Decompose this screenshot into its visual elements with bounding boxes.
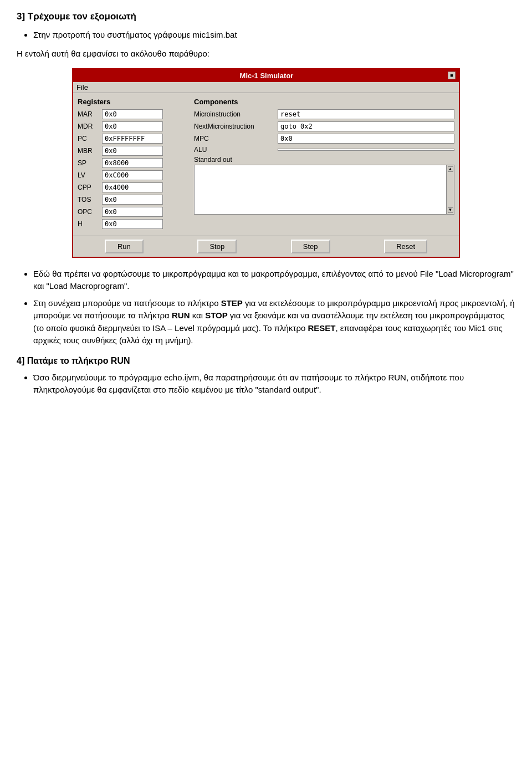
register-label: MBR (78, 147, 99, 155)
simulator-titlebar: Mic-1 Simulator ■ (73, 69, 459, 82)
simulator-body: Registers MAR0x0MDR0x0PC0xFFFFFFFFMBR0x0… (73, 93, 459, 236)
register-label: LV (78, 171, 99, 179)
intro-bullet: Στην προτροπή του συστήματος γράφουμε mi… (33, 29, 515, 42)
register-label: MAR (78, 110, 99, 118)
component-value (278, 149, 454, 151)
register-value: 0x4000 (102, 182, 163, 192)
component-row: MPC0x0 (194, 134, 454, 144)
stdout-label: Standard out (194, 156, 274, 164)
component-label: MPC (194, 135, 274, 143)
stdout-section: Standard out ▲ ▼ (194, 156, 454, 215)
register-label: PC (78, 135, 99, 143)
register-label: TOS (78, 196, 99, 204)
register-row: PC0xFFFFFFFF (78, 134, 188, 144)
reset-label: RESET (308, 323, 335, 333)
component-row: Microinstructionreset (194, 109, 454, 119)
register-row: MBR0x0 (78, 146, 188, 156)
register-value: 0x0 (102, 121, 163, 131)
registers-list: MAR0x0MDR0x0PC0xFFFFFFFFMBR0x0SP0x8000LV… (78, 109, 188, 229)
register-value: 0x0 (102, 109, 163, 119)
section4-heading: 4] Πατάμε το πλήκτρο RUN (17, 356, 515, 366)
simulator-wrapper: Mic-1 Simulator ■ File Registers MAR0x0M… (17, 68, 515, 258)
register-row: MDR0x0 (78, 121, 188, 131)
register-label: SP (78, 159, 99, 167)
bullet2-text1: Στη συνέχεια μπορούμε να πατήσουμε το πλ… (33, 298, 221, 308)
step-button[interactable]: Step (291, 240, 330, 253)
component-label: NextMicroinstruction (194, 123, 274, 130)
component-value: goto 0x2 (278, 121, 454, 131)
intro-sub: Η εντολή αυτή θα εμφανίσει το ακόλουθο π… (17, 47, 515, 60)
file-menu[interactable]: File (76, 83, 88, 91)
register-label: H (78, 220, 99, 228)
section4-bullet: Όσο διερμηνεύουμε το πρόγραμμα echo.ijvm… (33, 372, 515, 396)
register-value: 0x0 (102, 219, 163, 229)
run-label: RUN (172, 311, 190, 320)
bullet2-text3: και (190, 311, 205, 320)
register-value: 0x0 (102, 146, 163, 156)
section-heading: 3] Τρέχουμε τον εξομοιωτή (17, 11, 515, 22)
component-row: NextMicroinstructiongoto 0x2 (194, 121, 454, 131)
register-row: MAR0x0 (78, 109, 188, 119)
register-row: TOS0x0 (78, 195, 188, 205)
simulator-menubar[interactable]: File (73, 82, 459, 93)
register-row: H0x0 (78, 219, 188, 229)
register-label: CPP (78, 184, 99, 191)
component-row: ALU (194, 146, 454, 154)
scroll-up-arrow[interactable]: ▲ (448, 166, 453, 172)
register-label: OPC (78, 208, 99, 216)
run-button[interactable]: Run (105, 240, 144, 253)
components-title: Components (194, 98, 454, 106)
stop-button[interactable]: Stop (197, 240, 237, 253)
simulator-buttons: Run Stop Step Reset (73, 236, 459, 257)
register-value: 0x8000 (102, 158, 163, 168)
bullet1: Εδώ θα πρέπει να φορτώσουμε το μικροπρόγ… (33, 268, 515, 293)
simulator-window: Mic-1 Simulator ■ File Registers MAR0x0M… (72, 68, 460, 258)
bullet2: Στη συνέχεια μπορούμε να πατήσουμε το πλ… (33, 297, 515, 347)
component-label: ALU (194, 146, 274, 154)
registers-panel: Registers MAR0x0MDR0x0PC0xFFFFFFFFMBR0x0… (78, 98, 188, 231)
components-panel: Components MicroinstructionresetNextMicr… (194, 98, 454, 231)
component-value: reset (278, 109, 454, 119)
register-row: LV0xC000 (78, 170, 188, 180)
reset-button[interactable]: Reset (384, 240, 427, 253)
register-label: MDR (78, 123, 99, 130)
registers-title: Registers (78, 98, 188, 106)
register-value: 0x0 (102, 207, 163, 217)
register-value: 0xFFFFFFFF (102, 134, 163, 144)
register-row: OPC0x0 (78, 207, 188, 217)
scroll-down-arrow[interactable]: ▼ (448, 207, 453, 213)
components-list: MicroinstructionresetNextMicroinstructio… (194, 109, 454, 154)
step-label: STEP (221, 298, 243, 308)
simulator-title: Mic-1 Simulator (85, 72, 448, 80)
stdout-area: ▲ ▼ (194, 165, 454, 215)
register-row: SP0x8000 (78, 158, 188, 168)
component-value: 0x0 (278, 134, 454, 144)
register-row: CPP0x4000 (78, 182, 188, 192)
close-button[interactable]: ■ (448, 72, 456, 79)
stdout-scrollbar[interactable]: ▲ ▼ (446, 165, 454, 214)
register-value: 0x0 (102, 195, 163, 205)
stop-label: STOP (205, 311, 228, 320)
register-value: 0xC000 (102, 170, 163, 180)
component-label: Microinstruction (194, 110, 274, 118)
